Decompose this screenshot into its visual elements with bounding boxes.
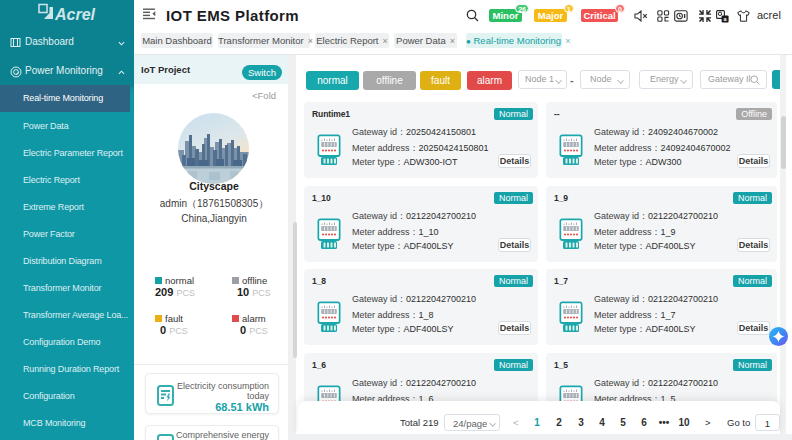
svg-text:Acrel: Acrel: [54, 6, 96, 23]
